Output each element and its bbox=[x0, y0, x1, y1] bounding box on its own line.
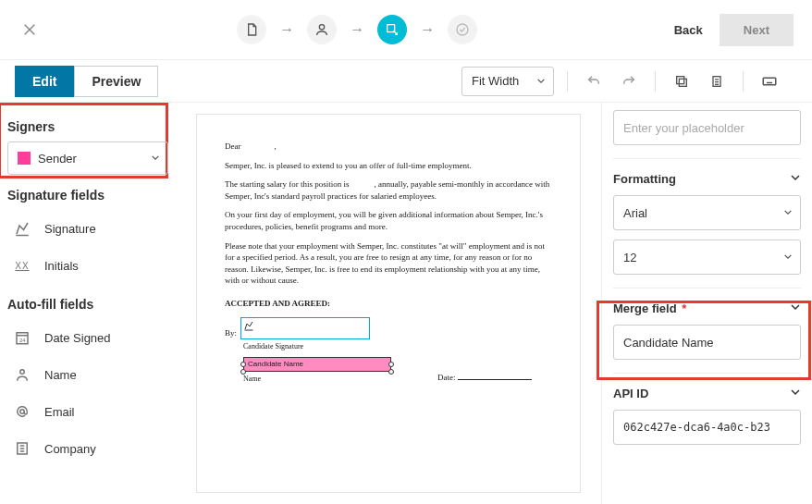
wizard-step-review[interactable] bbox=[448, 15, 477, 44]
company-icon bbox=[11, 437, 33, 460]
api-id-heading: API ID bbox=[613, 387, 648, 400]
autofill-heading: Auto-fill fields bbox=[7, 297, 168, 312]
formatting-heading: Formatting bbox=[613, 172, 676, 186]
initials-icon: XX bbox=[11, 254, 33, 277]
signature-fields-heading: Signature fields bbox=[7, 188, 168, 203]
signers-heading: Signers bbox=[7, 119, 168, 134]
signature-field-placed[interactable] bbox=[240, 317, 370, 339]
document-page: Dear , Semper, Inc. is pleased to extend… bbox=[196, 114, 581, 493]
document-canvas[interactable]: Dear , Semper, Inc. is pleased to extend… bbox=[176, 103, 601, 504]
field-label: Signature bbox=[44, 222, 96, 236]
toolbar: Edit Preview Fit Width bbox=[0, 60, 812, 103]
wizard-steps: → → → bbox=[41, 15, 674, 44]
svg-rect-6 bbox=[677, 76, 684, 83]
svg-rect-5 bbox=[679, 79, 686, 86]
keyboard-button[interactable] bbox=[757, 68, 782, 94]
zoom-value: Fit Width bbox=[472, 74, 519, 88]
svg-point-4 bbox=[457, 24, 468, 35]
wizard-step-fields[interactable] bbox=[377, 15, 407, 44]
field-label: Name bbox=[44, 368, 77, 382]
mode-tabs: Edit Preview bbox=[15, 66, 158, 97]
signer-color-swatch bbox=[18, 152, 31, 165]
field-label: Date Signed bbox=[44, 331, 111, 345]
signature-icon bbox=[11, 217, 33, 240]
chevron-down-icon[interactable] bbox=[790, 301, 801, 315]
chevron-right-icon: → bbox=[420, 21, 435, 38]
chevron-right-icon: → bbox=[279, 21, 294, 38]
properties-panel: Formatting Arial 12 Merge field * bbox=[601, 103, 812, 504]
merge-field-input[interactable] bbox=[613, 325, 801, 360]
zoom-select[interactable]: Fit Width bbox=[461, 67, 554, 96]
wizard-step-document[interactable] bbox=[237, 15, 266, 44]
at-icon bbox=[11, 400, 33, 423]
field-date-signed[interactable]: 24 Date Signed bbox=[7, 319, 168, 356]
tab-edit[interactable]: Edit bbox=[15, 66, 74, 97]
chevron-down-icon[interactable] bbox=[790, 387, 801, 400]
tab-preview[interactable]: Preview bbox=[74, 66, 158, 97]
undo-button[interactable] bbox=[581, 68, 607, 94]
left-panel: Signers Sender Signature fields Signatur… bbox=[0, 103, 176, 504]
close-button[interactable] bbox=[18, 18, 41, 41]
field-label: Email bbox=[44, 405, 75, 419]
api-id-section: API ID bbox=[613, 373, 801, 445]
svg-point-2 bbox=[320, 25, 325, 30]
field-company[interactable]: Company bbox=[7, 430, 168, 467]
merge-field-section: Merge field * bbox=[613, 288, 801, 360]
calendar-icon: 24 bbox=[11, 326, 33, 349]
chevron-right-icon: → bbox=[350, 21, 364, 38]
field-label: Company bbox=[44, 442, 96, 456]
signer-select[interactable]: Sender bbox=[7, 141, 168, 175]
formatting-section: Formatting Arial 12 bbox=[613, 158, 801, 275]
chevron-down-icon bbox=[536, 74, 546, 88]
chevron-down-icon bbox=[151, 152, 160, 166]
svg-point-20 bbox=[20, 370, 25, 375]
merge-field-heading: Merge field * bbox=[613, 301, 686, 315]
field-name[interactable]: Name bbox=[7, 356, 168, 393]
chevron-down-icon bbox=[783, 206, 793, 220]
next-button[interactable]: Next bbox=[720, 14, 794, 46]
placeholder-input[interactable] bbox=[613, 110, 801, 145]
back-button[interactable]: Back bbox=[674, 23, 703, 37]
copy-button[interactable] bbox=[669, 68, 695, 94]
font-select[interactable]: Arial bbox=[613, 195, 801, 230]
svg-text:24: 24 bbox=[19, 338, 26, 343]
api-id-input[interactable] bbox=[613, 410, 801, 445]
top-bar: → → → Back Next bbox=[0, 0, 812, 59]
font-size-select[interactable]: 12 bbox=[613, 240, 801, 275]
paste-button[interactable] bbox=[704, 68, 730, 94]
field-label: Initials bbox=[44, 259, 79, 273]
chevron-down-icon[interactable] bbox=[790, 172, 801, 186]
field-signature[interactable]: Signature bbox=[7, 210, 168, 247]
field-email[interactable]: Email bbox=[7, 393, 168, 430]
merge-field-placed[interactable]: Candidate Name bbox=[243, 357, 391, 372]
wizard-step-signer[interactable] bbox=[307, 15, 337, 44]
svg-rect-11 bbox=[763, 78, 776, 85]
field-initials[interactable]: XX Initials bbox=[7, 247, 168, 284]
signer-value: Sender bbox=[38, 152, 77, 166]
redo-button[interactable] bbox=[616, 68, 642, 94]
person-icon bbox=[11, 363, 33, 386]
chevron-down-icon bbox=[783, 251, 793, 264]
top-bar-actions: Back Next bbox=[674, 14, 794, 46]
